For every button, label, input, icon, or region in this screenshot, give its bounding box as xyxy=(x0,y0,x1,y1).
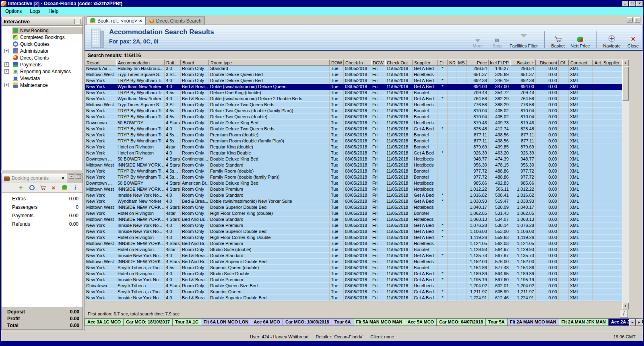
result-row[interactable]: New YorkTRYP By Wyndham Ti...4.5s...Room… xyxy=(85,114,622,120)
close-results-button[interactable]: × Close xyxy=(626,35,640,48)
result-row[interactable]: Midtown WestINNSIDE NEW YORK ...4 StarsB… xyxy=(85,216,622,222)
column-header-board[interactable]: Board xyxy=(181,60,209,66)
tab-booking-ref[interactable]: Book. ref.: <none> × xyxy=(87,16,146,25)
sidebar-item-direct-clients[interactable]: Direct Clients xyxy=(2,54,83,61)
column-header-contract[interactable]: Contract xyxy=(569,60,593,66)
result-row[interactable]: Midtown WestINNSIDE NEW YORK ...4 StarsR… xyxy=(85,162,622,168)
result-row[interactable]: Midtown WestINNSIDE NEW YORK ...4 StarsR… xyxy=(85,186,622,192)
scrollbar-thumb[interactable] xyxy=(622,67,629,101)
result-row[interactable]: Midtown WestINNSIDE NEW YORK ...4 StarsB… xyxy=(85,259,622,265)
column-header-of[interactable]: Of xyxy=(559,60,569,66)
itinerary-tab-flt-6a-lon-mco-lon[interactable]: Flt 6A LON MCO LON xyxy=(201,318,251,326)
result-row[interactable]: New YorkTRYP By Wyndham Ti...4.0Room Onl… xyxy=(85,126,622,132)
tab-direct-clients-search[interactable]: Direct Clients Search xyxy=(146,16,205,25)
expand-toggle-icon[interactable]: + xyxy=(4,62,9,67)
sidebar-item-quick-quotes[interactable]: Quick Quotes xyxy=(2,41,83,47)
menu-options[interactable]: Options xyxy=(1,8,26,15)
itinerary-tab-car-mco-18-10-2017[interactable]: Car MCO; 18/10/2017 xyxy=(124,318,173,326)
result-row[interactable]: Midtown WestTryp Times Square S...3 St..… xyxy=(85,72,622,78)
info-icon[interactable]: i xyxy=(72,185,78,191)
itinerary-tab-car-mco-04-07-2018[interactable]: Car MCO; 04/07/2018 xyxy=(437,318,486,326)
info-button[interactable]: i xyxy=(620,310,628,318)
nett-price-button[interactable]: Nett Price xyxy=(570,35,590,48)
column-header-act-supplier[interactable]: Act. Supplier xyxy=(593,60,622,66)
result-row[interactable]: New YorkTRYP By Wyndham Ti...4.5s...Room… xyxy=(85,168,622,174)
result-row[interactable]: New YorkTRYP By Wyndham Ti...4.5s...Room… xyxy=(85,138,622,144)
result-row[interactable]: New YorkInnside New York No...4.0Bed & B… xyxy=(85,295,622,301)
result-row[interactable]: Downtown ...50 BOWERY4 StarsRoom OnlyDou… xyxy=(85,120,622,126)
delete-item-icon[interactable]: × xyxy=(50,185,57,191)
result-row[interactable]: Chinatown ...Smyth Tribeca4 StarsRoom On… xyxy=(85,283,622,289)
close-booking-contents-icon[interactable]: × xyxy=(61,176,64,181)
panel-minimize-icon[interactable]: – xyxy=(69,174,74,179)
result-row[interactable]: New YorkInnside New York No...4.0Room On… xyxy=(85,229,622,235)
collapse-panel-icon[interactable]: − xyxy=(74,19,80,24)
sidebar-item-payments[interactable]: +Payments xyxy=(2,61,83,68)
itinerary-tab-tour-5a[interactable]: Tour 5A xyxy=(486,318,508,326)
add-item-icon[interactable]: + xyxy=(18,185,24,191)
result-row[interactable]: New YorkInnside New York No...4.0Room On… xyxy=(85,222,622,229)
result-row[interactable]: Midtown WestINNSIDE NEW YORK ...4 StarsR… xyxy=(85,204,622,210)
itinerary-tab-tour-3a-1c[interactable]: Tour 3A,1C xyxy=(173,318,201,326)
column-header-discount[interactable]: Discount xyxy=(536,60,559,66)
result-row[interactable]: New YorkInnside New York No...4.0Bed & B… xyxy=(85,253,622,259)
result-row[interactable]: Midtown WestTryp Times Square S...3 St..… xyxy=(85,102,622,108)
result-row[interactable]: New YorkTRYP By Wyndham Ti...4.5s...Room… xyxy=(85,132,622,138)
result-row[interactable]: New YorkWyndham New Yorker4.0Bed & Brea.… xyxy=(85,96,622,102)
column-header-check-in[interactable]: Check In xyxy=(344,60,371,66)
result-row[interactable]: New YorkInnside New York No...4.0Room On… xyxy=(85,192,622,198)
itinerary-tab-car-mco-10-03-2018[interactable]: Car MCO; 10/03/2018 xyxy=(283,318,332,326)
result-row[interactable]: Midtown WestINNSIDE NEW YORK ...4 StarsB… xyxy=(85,241,622,247)
result-row[interactable]: Downtown ...50 BOWERY4 StarsAmerican Br.… xyxy=(85,180,622,186)
scroll-tabs-left-icon[interactable]: ◄ xyxy=(629,319,636,326)
expand-toggle-icon[interactable]: + xyxy=(4,49,9,53)
scroll-tabs-right-icon[interactable]: ► xyxy=(636,319,642,326)
result-row[interactable]: New YorkHotel on Rivington4starRoom Only… xyxy=(85,247,622,253)
column-header-supplier[interactable]: Supplier xyxy=(413,60,438,66)
sidebar-item-reporting-and-analytics[interactable]: +Reporting and Analytics xyxy=(2,68,83,75)
expand-toggle-icon[interactable]: + xyxy=(4,83,9,87)
result-row[interactable]: Downtown ...50 BOWERY4 StarsContinental.… xyxy=(85,156,622,162)
menu-logs[interactable]: Logs xyxy=(26,8,44,15)
close-tab-icon[interactable]: × xyxy=(139,18,142,24)
scroll-up-icon[interactable]: ▲ xyxy=(622,60,629,66)
result-row[interactable]: New YorkHotel on Rivington4.0Room OnlyHi… xyxy=(85,235,622,241)
sidebar-item-administrator[interactable]: +Administrator xyxy=(2,47,83,54)
availability-clock-icon[interactable] xyxy=(29,185,35,190)
vertical-scrollbar[interactable]: ▲ ▼ xyxy=(622,60,629,309)
result-row[interactable]: New YorkTRYP By Wyndham Ti...4.5s...Room… xyxy=(85,174,622,180)
result-row[interactable]: New YorkSmyth Tribeca, a Tho...4.0Room O… xyxy=(85,289,622,295)
itinerary-tab-acc-6a-mco[interactable]: Acc 6A MCO xyxy=(251,318,283,326)
column-header-price[interactable]: Price xyxy=(467,60,489,66)
column-header-incl-fl-pp[interactable]: Incl.Fl.PP xyxy=(489,60,510,66)
itinerary-tab-tour-6a[interactable]: Tour 6A xyxy=(332,318,354,326)
result-row[interactable]: Newark Air...Holiday Inn Hasbrouc...3.0R… xyxy=(85,66,622,72)
column-header-dow-in[interactable]: DOW xyxy=(330,60,344,66)
result-row[interactable]: New YorkWyndham New Yorker4.0Bed & Brea.… xyxy=(85,84,622,90)
basket-button[interactable]: Basket xyxy=(551,35,565,48)
itinerary-tab-flt-2a-man-jfk-man[interactable]: Flt 2A MAN JFK MAN xyxy=(559,318,609,326)
column-header-resort[interactable]: Resort xyxy=(85,60,116,66)
sidebar-item-maintenance[interactable]: +Maintenance xyxy=(2,82,83,89)
result-row[interactable]: New YorkTRYP By Wyndham Ti...4.5s...Room… xyxy=(85,90,622,96)
mdi-restore-icon[interactable]: □ xyxy=(634,17,640,23)
column-header-check-out[interactable]: Check Out xyxy=(385,60,413,66)
itinerary-tab-acc-3a-1c-mco[interactable]: Acc 3A,1C MCO xyxy=(85,318,124,326)
column-header-accommodation[interactable]: Accommodation xyxy=(116,60,165,66)
column-header-nr[interactable]: NR xyxy=(448,60,456,66)
result-row[interactable]: New YorkHotel on Rivington4.0Room OnlySt… xyxy=(85,271,622,277)
column-header-basket[interactable]: Basket▼ xyxy=(510,60,536,66)
result-row[interactable]: New YorkSmyth Tribeca, a Tho...4.5s...Ro… xyxy=(85,265,622,271)
column-header-er[interactable]: Er xyxy=(438,60,448,66)
column-header-rating[interactable]: Rati... xyxy=(165,60,181,66)
result-row[interactable]: New YorkWyndham New Yorker4.0Bed & Brea.… xyxy=(85,198,622,204)
result-row[interactable]: New YorkHotel on Rivington4starRoom Only… xyxy=(85,210,622,216)
expand-toggle-icon[interactable]: + xyxy=(4,69,9,74)
sidebar-item-viewdata[interactable]: Viewdata xyxy=(2,75,83,82)
minimize-icon[interactable]: _ xyxy=(622,1,628,6)
navigate-button[interactable]: Navigate xyxy=(603,35,621,48)
column-header-dow-out[interactable]: DOW xyxy=(371,60,385,66)
move-to-basket-icon[interactable] xyxy=(39,185,46,191)
result-row[interactable]: New YorkTRYP By Wyndham Ti...4.5s...Room… xyxy=(85,108,622,114)
itinerary-tab-acc-5a-mco[interactable]: Acc 5A MCO xyxy=(405,318,437,326)
